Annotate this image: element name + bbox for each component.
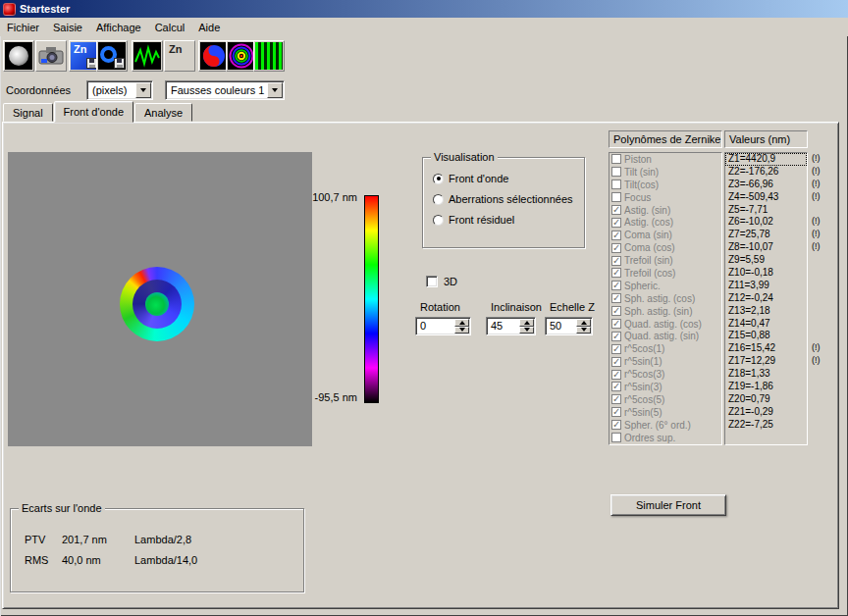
save-image-button[interactable] xyxy=(96,40,128,72)
zernike-value-row[interactable]: Z10=-0,18 xyxy=(725,267,807,280)
zernike-term-row[interactable]: Astig. (sin) xyxy=(610,204,721,217)
zernike-term-row[interactable]: Ordres sup. xyxy=(610,432,721,444)
zernike-term-checkbox[interactable] xyxy=(611,218,621,228)
zernike-term-checkbox[interactable] xyxy=(611,256,621,266)
zernike-term-row[interactable]: r^5sin(5) xyxy=(610,406,721,419)
zernike-term-checkbox[interactable] xyxy=(611,243,621,253)
zernike-value-row[interactable]: Z1=4420,9 xyxy=(725,153,807,166)
zernike-value-row[interactable]: Z3=-66,96 xyxy=(725,179,807,191)
spinner-down-button[interactable] xyxy=(576,327,591,334)
tab[interactable]: Signal xyxy=(3,103,53,122)
white-light-button[interactable] xyxy=(3,40,34,72)
zernike-term-checkbox[interactable] xyxy=(611,344,621,354)
zernike-term-checkbox[interactable] xyxy=(611,231,621,240)
spinner-up-button[interactable] xyxy=(519,319,534,327)
zernike-table-button[interactable]: Zn xyxy=(164,40,195,72)
menu-item[interactable]: Fichier xyxy=(0,20,46,35)
zernike-term-checkbox[interactable] xyxy=(611,394,621,404)
zernike-value-row[interactable]: Z7=25,78 xyxy=(725,229,807,241)
zernike-term-row[interactable]: Coma (cos) xyxy=(610,241,721,254)
zernike-term-row[interactable]: Tilt (sin) xyxy=(610,166,721,179)
zernike-term-checkbox[interactable] xyxy=(611,370,621,380)
wavefront-display[interactable] xyxy=(8,152,312,446)
zernike-term-checkbox[interactable] xyxy=(611,306,621,316)
zernike-value-row[interactable]: Z8=-10,07 xyxy=(725,241,807,254)
zernike-term-row[interactable]: r^5cos(1) xyxy=(610,342,721,355)
zernike-term-checkbox[interactable] xyxy=(611,192,621,202)
visualisation-option[interactable]: Front résiduel xyxy=(433,214,584,226)
dropdown-button[interactable] xyxy=(267,82,283,98)
zernike-term-checkbox[interactable] xyxy=(611,205,621,215)
visualisation-option[interactable]: Aberrations sélectionnées xyxy=(433,193,584,205)
simulate-front-button[interactable]: Simuler Front xyxy=(610,494,726,516)
zernike-term-row[interactable]: r^5cos(3) xyxy=(610,368,721,381)
spinner-down-button[interactable] xyxy=(454,327,469,334)
zernike-term-row[interactable]: Trefoil (sin) xyxy=(610,254,721,267)
zernike-term-checkbox[interactable] xyxy=(611,420,621,430)
zernike-term-row[interactable]: Sph. astig. (cos) xyxy=(610,292,721,305)
zernike-term-checkbox[interactable] xyxy=(611,293,621,303)
tab[interactable]: Front d'onde xyxy=(54,101,133,123)
spinner-up-button[interactable] xyxy=(454,319,469,327)
zernike-term-row[interactable]: Quad. astig. (sin) xyxy=(610,330,721,342)
spinner-input[interactable]: 50 xyxy=(545,317,593,335)
zernike-term-row[interactable]: Coma (sin) xyxy=(610,229,721,241)
zernike-term-checkbox[interactable] xyxy=(611,357,621,367)
zernike-term-checkbox[interactable] xyxy=(611,281,621,290)
zernike-term-row[interactable]: Sph. astig. (sin) xyxy=(610,305,721,318)
zernike-term-row[interactable]: r^5sin(1) xyxy=(610,355,721,368)
palette-select[interactable]: Fausses couleurs 1 xyxy=(165,80,285,100)
zernike-term-row[interactable]: Spher. (6° ord.) xyxy=(610,419,721,432)
dropdown-button[interactable] xyxy=(135,82,151,98)
spinner-input[interactable]: 45 xyxy=(486,317,536,335)
zernike-value-row[interactable]: Z2=-176,26 xyxy=(725,166,807,179)
menu-item[interactable]: Calcul xyxy=(148,20,192,35)
zernike-term-row[interactable]: Focus xyxy=(610,191,721,204)
zernike-term-checkbox[interactable] xyxy=(611,268,621,278)
zernike-term-checkbox[interactable] xyxy=(611,154,621,164)
zernike-value-row[interactable]: Z16=15,42 xyxy=(725,342,807,355)
zernike-value-row[interactable]: Z22=-7,25 xyxy=(725,419,807,432)
zernike-term-row[interactable]: Spheric. xyxy=(610,280,721,292)
zernike-term-row[interactable]: Astig. (cos) xyxy=(610,216,721,229)
spinner-up-button[interactable] xyxy=(576,319,591,327)
camera-acquisition-button[interactable] xyxy=(35,40,67,72)
zernike-term-row[interactable]: Piston xyxy=(610,153,721,166)
zernike-value-row[interactable]: Z4=-509,43 xyxy=(725,191,807,204)
zernike-value-row[interactable]: Z13=2,18 xyxy=(725,305,807,318)
zernike-value-row[interactable]: Z15=0,88 xyxy=(725,330,807,342)
zernike-term-checkbox[interactable] xyxy=(611,407,621,417)
zernike-term-checkbox[interactable] xyxy=(611,382,621,391)
menu-item[interactable]: Affichage xyxy=(89,20,148,35)
zernike-value-row[interactable]: Z17=12,29 xyxy=(725,355,807,368)
zernike-value-row[interactable]: Z18=1,33 xyxy=(725,368,807,381)
zernike-term-row[interactable]: r^5sin(3) xyxy=(610,381,721,393)
coordinates-select[interactable]: (pixels) xyxy=(86,80,153,100)
zernike-value-row[interactable]: Z11=3,99 xyxy=(725,280,807,292)
zernike-value-row[interactable]: Z12=-0,24 xyxy=(725,292,807,305)
zernike-term-row[interactable]: Tilt(cos) xyxy=(610,179,721,191)
zernike-term-checkbox[interactable] xyxy=(611,167,621,177)
zernike-value-row[interactable] xyxy=(725,432,807,444)
spinner-down-button[interactable] xyxy=(519,327,534,334)
zernike-value-row[interactable]: Z5=-7,71 xyxy=(725,204,807,217)
zernike-value-row[interactable]: Z14=0,47 xyxy=(725,318,807,331)
zernike-term-checkbox[interactable] xyxy=(611,319,621,329)
visualisation-option[interactable]: Front d'onde xyxy=(433,173,584,184)
zernike-value-row[interactable]: Z21=-0,29 xyxy=(725,406,807,419)
zernike-term-row[interactable]: Trefoil (cos) xyxy=(610,267,721,280)
zernike-term-checkbox[interactable] xyxy=(611,433,621,442)
zernike-value-row[interactable]: Z20=0,79 xyxy=(725,393,807,406)
zernike-value-row[interactable]: Z9=5,59 xyxy=(725,254,807,267)
tab[interactable]: Analyse xyxy=(134,103,192,122)
zernike-value-row[interactable]: Z6=-10,02 xyxy=(725,216,807,229)
menu-item[interactable]: Saisie xyxy=(46,20,89,35)
zernike-value-row[interactable]: Z19=-1,86 xyxy=(725,381,807,393)
checkbox-3d[interactable]: 3D xyxy=(426,276,457,287)
zernike-term-row[interactable]: r^5cos(5) xyxy=(610,393,721,406)
fringes-button[interactable] xyxy=(253,40,285,72)
spinner-input[interactable]: 0 xyxy=(415,317,471,335)
menu-item[interactable]: Aide xyxy=(191,20,227,35)
zernike-term-checkbox[interactable] xyxy=(611,180,621,189)
signal-profile-button[interactable] xyxy=(132,40,163,72)
